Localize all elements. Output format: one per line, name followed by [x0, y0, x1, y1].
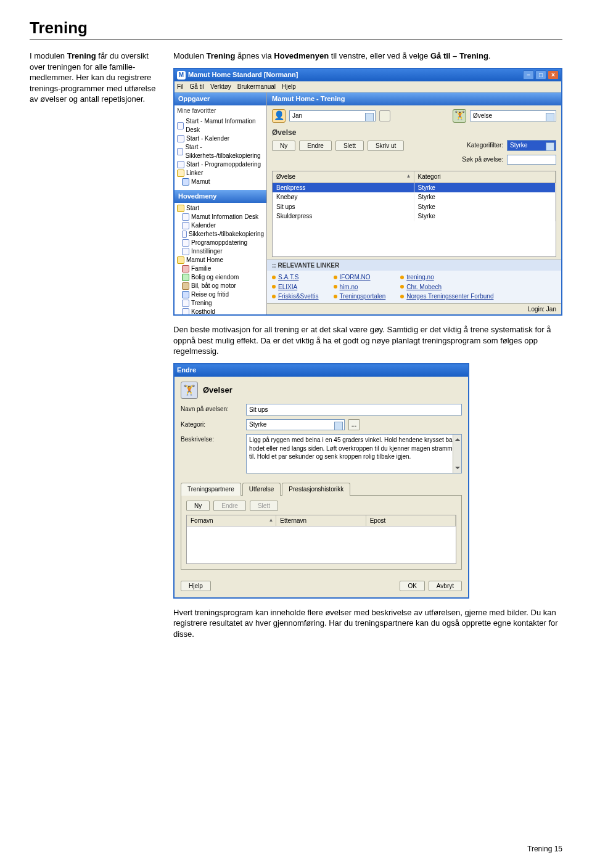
tree-item-bil[interactable]: Bil, båt og motor: [176, 282, 265, 290]
tree-item[interactable]: Mamut Information Desk: [176, 213, 265, 221]
tab-utforelse[interactable]: Utførelse: [242, 483, 281, 496]
sidebar-fav-title: Mine favoritter: [175, 105, 266, 117]
linker-item[interactable]: Mamut: [176, 178, 265, 186]
maximize-button[interactable]: □: [535, 70, 546, 80]
tree-home[interactable]: Mamut Home: [176, 256, 265, 264]
menu-fil[interactable]: Fil: [177, 83, 184, 91]
menu-verktoy[interactable]: Verktøy: [210, 83, 231, 91]
ok-button[interactable]: OK: [400, 581, 424, 591]
menu-brukermanual[interactable]: Brukermanual: [237, 83, 276, 91]
kategori-more-button[interactable]: ...: [348, 419, 360, 430]
tree-label: Bil, båt og motor: [191, 282, 236, 290]
tree-item-kosthold[interactable]: Kosthold: [176, 308, 265, 314]
table-row[interactable]: SkulderpressStyrke: [273, 211, 556, 221]
toolbar-small-button[interactable]: [379, 110, 390, 121]
bullet-icon: [400, 276, 404, 279]
link-item[interactable]: S.A.T.S: [272, 273, 319, 282]
link-item[interactable]: IFORM.NO: [334, 273, 386, 282]
sidebar: Oppgaver Mine favoritter Start - Mamut I…: [175, 92, 267, 314]
intro-b: Trening: [206, 51, 235, 60]
tree-item-familie[interactable]: Familie: [176, 264, 265, 273]
left-text-a: I modulen: [30, 51, 67, 60]
tree-item[interactable]: Sikkerhets-/tilbakekopiering: [176, 230, 265, 239]
link-item[interactable]: Friskis&Svettis: [272, 292, 319, 301]
avbryt-button[interactable]: Avbryt: [429, 581, 462, 591]
menu-gatil[interactable]: Gå til: [190, 83, 204, 91]
slett-button[interactable]: Slett: [335, 141, 364, 151]
th-etternavn[interactable]: Etternavn: [276, 515, 366, 526]
endre-button[interactable]: Endre: [299, 141, 332, 151]
navn-label: Navn på øvelsen:: [181, 404, 242, 414]
intro-e: til venstre, eller ved å velge: [329, 51, 430, 60]
document-icon: [182, 222, 189, 229]
link-item[interactable]: Norges Treningssenter Forbund: [400, 292, 493, 301]
link-item[interactable]: trening.no: [400, 273, 493, 282]
partner-ny-button[interactable]: Ny: [186, 501, 210, 511]
skrivut-button[interactable]: Skriv ut: [368, 141, 404, 151]
table-row[interactable]: KnebøyStyrke: [273, 192, 556, 202]
hjelp-button[interactable]: Hjelp: [181, 581, 211, 591]
minimize-button[interactable]: –: [523, 70, 534, 80]
fav-item[interactable]: Start - Sikkerhets-/tilbakekopiering: [176, 143, 265, 160]
navn-input[interactable]: Sit ups: [246, 404, 462, 416]
document-icon: [177, 161, 184, 168]
person-icon: 👤: [272, 109, 286, 123]
close-button[interactable]: ×: [548, 70, 559, 80]
link-item[interactable]: Treningsportalen: [334, 292, 386, 301]
training-icon: [182, 300, 189, 307]
person-dropdown[interactable]: Jan: [289, 110, 376, 121]
dropdown-value: Øvelse: [473, 112, 492, 120]
fav-item[interactable]: Start - Kalender: [176, 134, 265, 143]
tree-item[interactable]: Kalender: [176, 221, 265, 230]
house-icon: [182, 274, 189, 281]
table-row[interactable]: BenkpressStyrke: [273, 183, 556, 193]
document-icon: [182, 248, 189, 255]
para-3: Hvert treningsprogram kan inneholde fler…: [173, 607, 562, 640]
ny-button[interactable]: Ny: [272, 141, 295, 151]
table-row[interactable]: Sit upsStyrke: [273, 202, 556, 212]
sok-input[interactable]: [507, 155, 556, 165]
intro-f: Gå til – Trening: [430, 51, 488, 60]
th-fornavn[interactable]: Fornavn▲: [187, 515, 276, 526]
kategori-dropdown[interactable]: Styrke: [246, 419, 345, 430]
tab-strip: Treningspartnere Utførelse Prestasjonshi…: [181, 482, 462, 496]
fav-label: Start - Sikkerhets-/tilbakekopiering: [185, 143, 264, 160]
tree-item[interactable]: Innstillinger: [176, 247, 265, 256]
link-item[interactable]: ELIXIA: [272, 283, 319, 292]
tree-start[interactable]: Start: [176, 204, 265, 213]
links-header: :: RELEVANTE LINKER: [267, 260, 561, 271]
fav-label: Start - Programoppdatering: [186, 160, 261, 169]
kategorifilter-dropdown[interactable]: Styrke: [507, 140, 556, 151]
linker-node[interactable]: Linker: [176, 169, 265, 178]
th-ovelse[interactable]: Øvelse▲: [273, 171, 414, 182]
beskrivelse-textarea[interactable]: Ligg på ryggen med beina i en 45 graders…: [246, 434, 462, 473]
tree-item-bolig[interactable]: Bolig og eiendom: [176, 273, 265, 282]
partner-slett-button[interactable]: Slett: [250, 501, 278, 511]
tree-item[interactable]: Programoppdatering: [176, 239, 265, 247]
document-icon: [177, 122, 184, 129]
dlg-title: Endre: [177, 366, 466, 375]
fav-tree: Start - Mamut Information Desk Start - K…: [175, 116, 266, 190]
main-header: Mamut Home - Trening: [267, 92, 561, 105]
th-kategori[interactable]: Kategori: [414, 171, 556, 182]
tab-treningspartnere[interactable]: Treningspartnere: [181, 483, 241, 496]
ovelse-dropdown[interactable]: Øvelse: [470, 110, 556, 121]
fav-item[interactable]: Start - Mamut Information Desk: [176, 117, 265, 134]
th-epost[interactable]: Epost: [366, 515, 456, 526]
left-text-b: Trening: [67, 51, 96, 60]
scrollbar[interactable]: [453, 435, 461, 473]
tree-label: Trening: [191, 299, 212, 308]
sidebar-header-oppgaver: Oppgaver: [175, 92, 266, 105]
link-item[interactable]: Chr. Mobech: [400, 283, 493, 292]
bullet-icon: [272, 285, 276, 289]
link-item[interactable]: him.no: [334, 283, 386, 292]
tree-item-trening[interactable]: Trening: [176, 299, 265, 308]
cell-ovelse: Sit ups: [273, 202, 414, 212]
partner-endre-button[interactable]: Endre: [213, 501, 246, 511]
folder-icon: [177, 256, 184, 264]
tab-prestasjonshistorikk[interactable]: Prestasjonshistorikk: [282, 483, 350, 496]
endre-dialog: Endre 🏋 Øvelser Navn på øvelsen: Sit ups…: [173, 363, 469, 599]
menu-hjelp[interactable]: Hjelp: [282, 83, 296, 91]
tree-item-reise[interactable]: Reise og fritid: [176, 290, 265, 299]
fav-item[interactable]: Start - Programoppdatering: [176, 160, 265, 169]
